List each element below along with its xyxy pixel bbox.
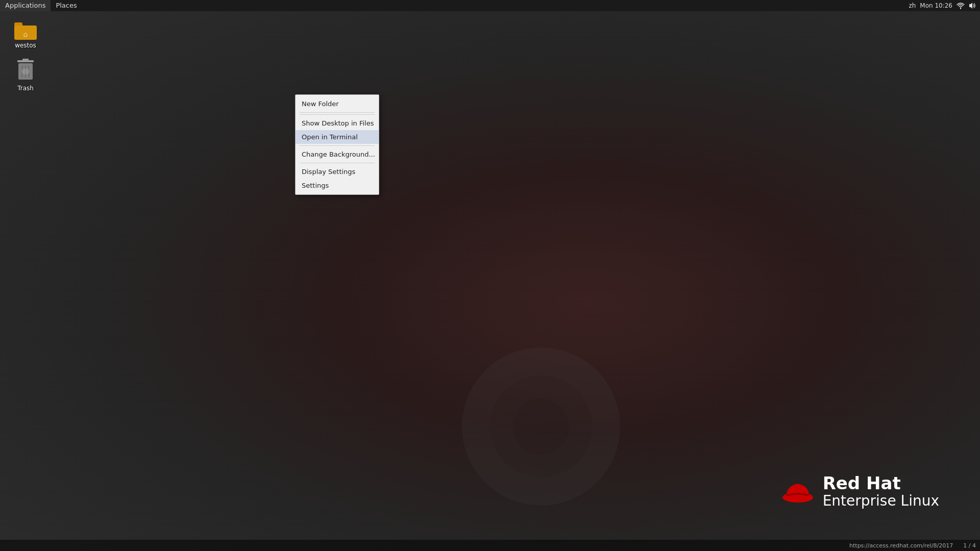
- redhat-logo: Red Hat Enterprise Linux: [781, 474, 939, 510]
- page-indicator: 1 / 4: [963, 542, 976, 549]
- desktop-icons: ⌂ westos: [5, 15, 46, 94]
- svg-text:⌂: ⌂: [23, 30, 28, 38]
- desktop[interactable]: Applications Places zh Mon 10:26: [0, 0, 980, 551]
- applications-menu[interactable]: Applications: [0, 0, 51, 11]
- context-menu-change-background[interactable]: Change Background...: [296, 147, 379, 161]
- status-bar: https://access.redhat.com/rel/8/2017 1 /…: [0, 540, 980, 551]
- desktop-icon-trash[interactable]: Trash: [5, 56, 46, 94]
- context-menu-separator-2: [300, 114, 375, 115]
- svg-marker-0: [969, 3, 972, 9]
- trash-icon: [14, 58, 37, 85]
- svg-point-13: [513, 398, 569, 455]
- trash-icon-label: Trash: [17, 85, 34, 92]
- context-menu-separator-3: [300, 145, 375, 146]
- westos-icon-label: westos: [15, 42, 36, 49]
- context-menu-display-settings[interactable]: Display Settings: [296, 165, 379, 179]
- status-bar-text: https://access.redhat.com/rel/8/2017: [849, 542, 953, 549]
- context-menu-settings[interactable]: Settings: [296, 179, 379, 192]
- svg-rect-5: [22, 59, 29, 61]
- panel-right: zh Mon 10:26: [909, 2, 980, 9]
- volume-icon[interactable]: [969, 2, 976, 9]
- redhat-text: Red Hat Enterprise Linux: [823, 474, 939, 510]
- locale-indicator: zh: [909, 2, 916, 9]
- context-menu-new-folder[interactable]: New Folder: [296, 97, 379, 111]
- context-menu-open-terminal[interactable]: Open in Terminal: [296, 130, 379, 144]
- rhel-watermark: [459, 345, 623, 510]
- wifi-icon[interactable]: [957, 2, 965, 9]
- desktop-icon-westos[interactable]: ⌂ westos: [5, 15, 46, 51]
- redhat-enterprise-linux: Enterprise Linux: [823, 492, 939, 510]
- context-menu-show-desktop-files[interactable]: Show Desktop in Files: [296, 116, 379, 130]
- redhat-hat-icon: [781, 476, 815, 509]
- redhat-name: Red Hat: [823, 474, 939, 492]
- clock: Mon 10:26: [920, 2, 952, 9]
- panel-left: Applications Places: [0, 0, 82, 11]
- top-panel: Applications Places zh Mon 10:26: [0, 0, 980, 11]
- svg-point-10: [21, 68, 30, 74]
- places-menu[interactable]: Places: [51, 0, 82, 11]
- context-menu-separator-1: [300, 112, 375, 113]
- folder-icon: ⌂: [13, 17, 38, 42]
- context-menu-separator-4: [300, 163, 375, 163]
- context-menu: New Folder Show Desktop in Files Open in…: [295, 94, 379, 195]
